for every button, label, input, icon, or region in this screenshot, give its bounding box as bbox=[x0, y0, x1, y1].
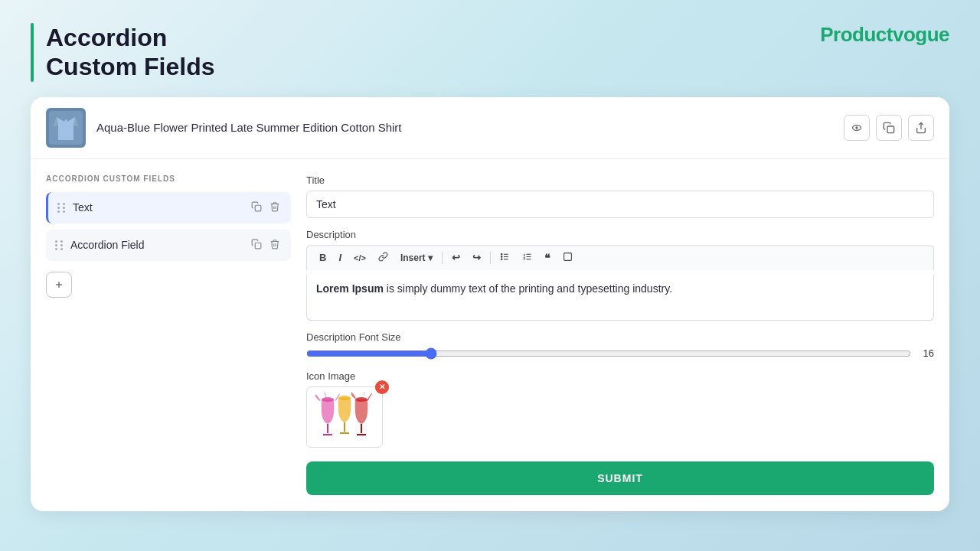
font-size-label: Description Font Size bbox=[306, 331, 934, 343]
toolbar-sep-1 bbox=[442, 252, 443, 264]
left-panel: ACCORDION CUSTOM FIELDS Text bbox=[46, 174, 306, 496]
field-item-text[interactable]: Text bbox=[46, 192, 291, 223]
svg-rect-8 bbox=[255, 205, 261, 211]
share-button[interactable] bbox=[908, 115, 934, 141]
right-panel: Title Description B I </> Insert ▾ ↩ bbox=[306, 174, 934, 496]
svg-point-17 bbox=[501, 259, 502, 260]
product-bar: Aqua-Blue Flower Printed Late Summer Edi… bbox=[31, 97, 949, 159]
product-image-svg bbox=[49, 111, 83, 145]
svg-rect-9 bbox=[255, 243, 261, 249]
submit-button[interactable]: SUBMIT bbox=[306, 461, 934, 495]
section-label: ACCORDION CUSTOM FIELDS bbox=[46, 174, 291, 183]
main-card: Aqua-Blue Flower Printed Late Summer Edi… bbox=[31, 97, 949, 511]
icon-image-label: Icon Image bbox=[306, 370, 934, 382]
drag-handle-accordion[interactable] bbox=[55, 240, 64, 250]
toolbar-code[interactable]: </> bbox=[349, 252, 371, 264]
field-copy-text[interactable] bbox=[250, 200, 263, 216]
image-remove-button[interactable]: ✕ bbox=[375, 380, 389, 394]
plus-icon bbox=[54, 279, 64, 290]
content-area: ACCORDION CUSTOM FIELDS Text bbox=[31, 159, 949, 511]
field-actions-accordion bbox=[250, 237, 282, 253]
field-item-accordion[interactable]: Accordion Field bbox=[46, 230, 291, 261]
description-rest-text: is simply dummy text of the printing and… bbox=[384, 282, 672, 295]
font-size-slider[interactable] bbox=[306, 347, 911, 360]
font-size-form-group: Description Font Size 16 bbox=[306, 331, 934, 360]
field-item-left-text: Text bbox=[57, 201, 93, 214]
title-accent-bar bbox=[31, 23, 34, 82]
toolbar-insert[interactable]: Insert ▾ bbox=[396, 251, 437, 265]
toolbar-ul[interactable] bbox=[495, 250, 514, 266]
icon-image-section: Icon Image bbox=[306, 370, 934, 448]
field-delete-accordion[interactable] bbox=[268, 237, 282, 253]
product-info: Aqua-Blue Flower Printed Late Summer Edi… bbox=[46, 108, 402, 148]
page-title: Accordion Custom Fields bbox=[46, 23, 214, 82]
logo: Productvogue bbox=[820, 23, 949, 47]
svg-rect-21 bbox=[564, 253, 572, 260]
toolbar-undo[interactable]: ↩ bbox=[447, 250, 465, 265]
copy-icon bbox=[883, 122, 895, 134]
toolbar-link[interactable] bbox=[374, 250, 393, 266]
toolbar-quote[interactable]: ❝ bbox=[540, 250, 555, 266]
svg-point-16 bbox=[501, 256, 502, 257]
description-bold-text: Lorem Ipsum bbox=[316, 282, 384, 295]
eye-button[interactable] bbox=[844, 115, 870, 141]
product-thumbnail bbox=[46, 108, 86, 148]
description-form-group: Description B I </> Insert ▾ ↩ ↪ bbox=[306, 229, 934, 321]
svg-point-15 bbox=[501, 253, 502, 255]
toolbar-italic[interactable]: I bbox=[334, 250, 346, 265]
toolbar-ol[interactable] bbox=[518, 250, 537, 266]
toolbar-box[interactable] bbox=[558, 250, 577, 266]
field-copy-accordion[interactable] bbox=[250, 237, 263, 253]
editor-toolbar: B I </> Insert ▾ ↩ ↪ bbox=[306, 245, 934, 270]
description-editor[interactable]: Lorem Ipsum is simply dummy text of the … bbox=[306, 275, 934, 321]
toolbar-bold[interactable]: B bbox=[315, 250, 331, 265]
copy-button[interactable] bbox=[876, 115, 902, 141]
field-item-left-accordion: Accordion Field bbox=[55, 239, 145, 251]
image-box bbox=[306, 386, 383, 448]
field-label-accordion: Accordion Field bbox=[70, 239, 145, 251]
image-container: ✕ bbox=[306, 386, 383, 448]
field-delete-text[interactable] bbox=[268, 200, 282, 216]
add-field-button[interactable] bbox=[46, 272, 72, 298]
toolbar-redo[interactable]: ↪ bbox=[468, 250, 485, 265]
svg-rect-6 bbox=[887, 126, 894, 133]
share-icon bbox=[915, 122, 927, 134]
title-input[interactable] bbox=[306, 191, 934, 218]
field-actions-text bbox=[250, 200, 282, 216]
product-name: Aqua-Blue Flower Printed Late Summer Edi… bbox=[96, 121, 402, 134]
svg-point-5 bbox=[855, 126, 858, 129]
title-label: Title bbox=[306, 174, 934, 186]
drag-handle-text[interactable] bbox=[57, 203, 67, 213]
wine-glasses-image bbox=[310, 390, 379, 444]
title-section: Accordion Custom Fields bbox=[31, 23, 214, 82]
page-header: Accordion Custom Fields Productvogue bbox=[0, 0, 980, 97]
description-label: Description bbox=[306, 229, 934, 240]
eye-icon bbox=[851, 122, 863, 134]
page-title-text: Accordion Custom Fields bbox=[46, 23, 214, 82]
font-size-value: 16 bbox=[919, 347, 934, 359]
field-label-text: Text bbox=[73, 201, 93, 214]
font-size-slider-row: 16 bbox=[306, 347, 934, 360]
title-form-group: Title bbox=[306, 174, 934, 218]
product-actions bbox=[844, 115, 934, 141]
toolbar-sep-2 bbox=[490, 252, 491, 264]
field-list: Text bbox=[46, 192, 291, 261]
